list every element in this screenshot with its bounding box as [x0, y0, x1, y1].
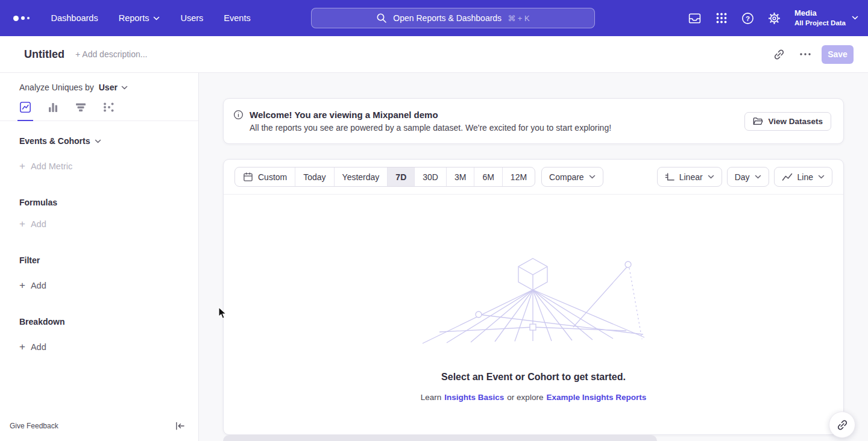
sidebar-footer: Give Feedback	[0, 417, 198, 441]
range-3m[interactable]: 3M	[446, 167, 474, 186]
plus-icon: +	[19, 281, 25, 290]
chart-toolbar: Custom Today Yesterday 7D 30D 3M 6M 12M …	[224, 160, 843, 195]
chevron-down-icon	[121, 86, 128, 90]
insights-chart-card: Custom Today Yesterday 7D 30D 3M 6M 12M …	[223, 159, 844, 435]
header-actions: Save	[769, 44, 854, 64]
plus-icon: +	[19, 161, 25, 171]
nav-users[interactable]: Users	[180, 13, 203, 23]
bottom-sheet-handle[interactable]	[223, 435, 657, 441]
top-navigation: Dashboards Reports Users Events Open Rep…	[0, 0, 868, 36]
share-link-fab[interactable]	[829, 411, 855, 438]
axis-icon	[665, 172, 675, 182]
analyze-uniques-row: Analyze Uniques by User	[19, 82, 198, 93]
events-cohorts-section[interactable]: Events & Cohorts	[19, 136, 198, 146]
report-title[interactable]: Untitled	[24, 48, 64, 61]
banner-title: Welcome! You are viewing a Mixpanel demo	[250, 110, 611, 120]
apps-grid-icon[interactable]	[715, 12, 728, 24]
chevron-down-icon	[708, 175, 714, 179]
link-icon	[837, 419, 848, 431]
breakdown-section: Breakdown	[19, 316, 198, 327]
search-icon	[376, 13, 387, 23]
project-name: Media	[794, 8, 846, 19]
mixpanel-logo[interactable]	[13, 16, 30, 21]
example-insights-reports-link[interactable]: Example Insights Reports	[546, 393, 646, 402]
range-custom[interactable]: Custom	[235, 167, 295, 186]
nav-events[interactable]: Events	[224, 13, 250, 23]
search-placeholder: Open Reports & Dashboards	[393, 13, 502, 23]
save-button[interactable]: Save	[822, 45, 854, 64]
chevron-down-icon	[95, 139, 101, 143]
chevron-down-icon	[818, 175, 825, 179]
chevron-down-icon	[153, 16, 160, 20]
more-options-icon[interactable]	[795, 44, 816, 64]
add-formula-button[interactable]: + Add	[19, 219, 198, 230]
report-canvas: Welcome! You are viewing a Mixpanel demo…	[199, 73, 868, 441]
add-metric-button[interactable]: + Add Metric	[19, 161, 198, 172]
project-scope: All Project Data	[794, 19, 846, 28]
plus-icon: +	[19, 219, 25, 229]
chevron-down-icon	[852, 16, 858, 20]
range-30d[interactable]: 30D	[414, 167, 446, 186]
global-search[interactable]: Open Reports & Dashboards ⌘ + K	[311, 8, 595, 28]
add-filter-button[interactable]: + Add	[19, 280, 198, 291]
primary-nav: Dashboards Reports Users Events	[51, 13, 251, 23]
search-shortcut: ⌘ + K	[508, 14, 530, 23]
range-yesterday[interactable]: Yesterday	[334, 167, 388, 186]
scale-dropdown[interactable]: Linear	[657, 167, 722, 187]
tab-funnel-icon[interactable]	[75, 101, 87, 120]
analyze-by-dropdown[interactable]: User	[99, 82, 128, 93]
nav-right-cluster: ? Media All Project Data	[688, 0, 858, 36]
project-selector[interactable]: Media All Project Data	[794, 8, 858, 28]
range-7d[interactable]: 7D	[387, 167, 414, 186]
date-range-segmented-control: Custom Today Yesterday 7D 30D 3M 6M 12M	[234, 167, 535, 187]
report-header: Untitled + Add description... Save	[0, 36, 868, 73]
chevron-down-icon	[589, 175, 596, 179]
demo-welcome-banner: Welcome! You are viewing a Mixpanel demo…	[223, 98, 844, 144]
copy-link-icon[interactable]	[769, 44, 789, 64]
report-type-tabs	[0, 101, 198, 121]
range-12m[interactable]: 12M	[502, 167, 535, 186]
inbox-icon[interactable]	[688, 12, 702, 25]
help-icon[interactable]: ?	[741, 12, 754, 25]
chevron-down-icon	[755, 175, 761, 179]
empty-state-subtitle: Learn Insights Basics or explore Example…	[421, 393, 646, 402]
nav-reports[interactable]: Reports	[119, 13, 160, 23]
give-feedback-link[interactable]: Give Feedback	[10, 422, 58, 430]
line-chart-icon	[782, 173, 793, 181]
info-icon	[233, 110, 244, 120]
analyze-label: Analyze Uniques by	[19, 82, 94, 93]
chart-type-dropdown[interactable]: Line	[774, 167, 832, 187]
range-today[interactable]: Today	[295, 167, 333, 186]
formulas-section: Formulas	[19, 197, 198, 208]
folder-icon	[753, 117, 763, 126]
filter-section: Filter	[19, 255, 198, 266]
empty-state: Select an Event or Cohort to get started…	[224, 195, 843, 402]
svg-text:?: ?	[746, 14, 750, 22]
compare-dropdown[interactable]: Compare	[541, 167, 603, 187]
tab-flows-icon[interactable]	[102, 101, 115, 120]
tab-insights-icon[interactable]	[19, 101, 31, 120]
tab-bar-chart-icon[interactable]	[47, 101, 59, 120]
range-6m[interactable]: 6M	[474, 167, 502, 186]
empty-state-title: Select an Event or Cohort to get started…	[441, 372, 626, 383]
add-description[interactable]: + Add description...	[75, 49, 147, 59]
calendar-icon	[243, 172, 253, 182]
collapse-sidebar-icon[interactable]	[175, 421, 185, 431]
add-breakdown-button[interactable]: + Add	[19, 342, 198, 352]
banner-body: All the reports you see are powered by a…	[250, 123, 611, 133]
plus-icon: +	[19, 342, 25, 352]
settings-gear-icon[interactable]	[768, 12, 781, 25]
insights-basics-link[interactable]: Insights Basics	[444, 393, 504, 402]
empty-state-illustration	[421, 255, 646, 345]
nav-dashboards[interactable]: Dashboards	[51, 13, 98, 23]
query-builder-sidebar: Analyze Uniques by User Events & Cohorts	[0, 73, 199, 441]
view-datasets-button[interactable]: View Datasets	[744, 112, 831, 131]
interval-dropdown[interactable]: Day	[727, 167, 769, 187]
